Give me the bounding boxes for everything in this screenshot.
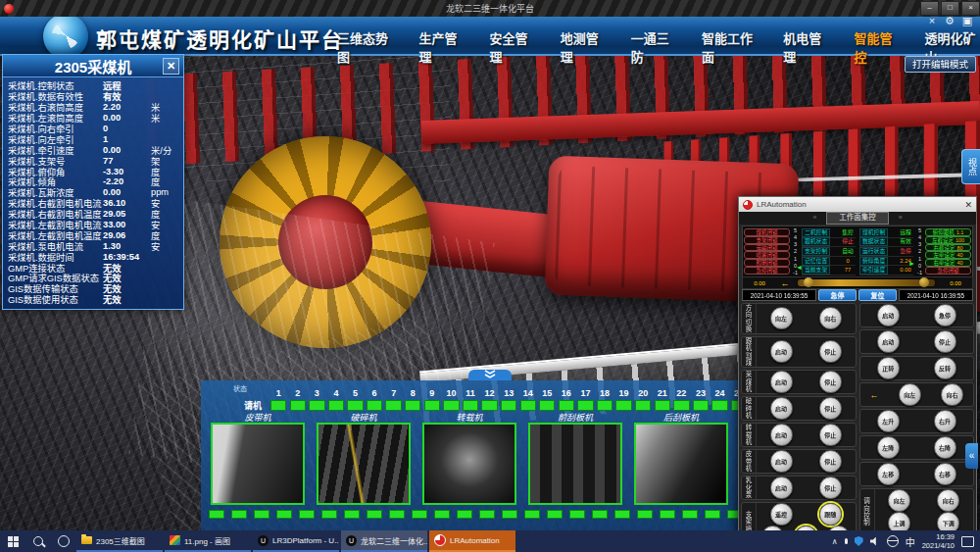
control-button[interactable]: 启动 bbox=[770, 371, 793, 393]
nav-item[interactable]: 机电管理 bbox=[783, 28, 827, 66]
hidden-icons-chevron-icon[interactable]: ∧ bbox=[832, 537, 838, 546]
camera-thumbnail[interactable] bbox=[634, 423, 728, 505]
nav-item[interactable]: 一通三防 bbox=[631, 28, 675, 66]
camera-feed[interactable]: 前刮板机 bbox=[528, 411, 622, 505]
support-status-block[interactable] bbox=[711, 400, 727, 411]
open-edit-mode-button[interactable]: 打开编辑模式 bbox=[905, 56, 976, 73]
control-button[interactable]: 向右 bbox=[819, 307, 842, 329]
setting-button[interactable]: 右牵设定40 bbox=[925, 259, 971, 267]
support-status-block[interactable] bbox=[367, 400, 382, 411]
support-status-block[interactable] bbox=[385, 400, 401, 411]
support-status-block[interactable] bbox=[673, 400, 689, 411]
control-button[interactable]: 停止 bbox=[819, 450, 842, 473]
control-button[interactable]: 左降 bbox=[877, 436, 900, 459]
estop-button[interactable]: 急停 bbox=[818, 289, 857, 301]
setting-button[interactable]: 左牵设定40 bbox=[925, 251, 971, 259]
network-icon[interactable] bbox=[887, 535, 899, 547]
camera-thumbnail[interactable] bbox=[422, 423, 516, 505]
control-button[interactable]: 向右 bbox=[941, 383, 963, 406]
setting-button[interactable]: 俯仰跟机1.1 bbox=[925, 228, 971, 236]
camera-feed[interactable]: 后刮板机 bbox=[634, 411, 728, 505]
control-button[interactable]: 右升 bbox=[934, 410, 956, 432]
close-button[interactable]: × bbox=[961, 1, 980, 16]
side-collapse-icon[interactable]: « bbox=[965, 443, 978, 469]
support-status-block[interactable] bbox=[559, 400, 574, 411]
control-button[interactable]: 正转 bbox=[877, 357, 900, 379]
control-button[interactable]: 启动 bbox=[770, 450, 793, 473]
control-button[interactable]: 向右 bbox=[937, 489, 959, 512]
reset-button[interactable]: 复位 bbox=[858, 289, 897, 301]
control-button[interactable]: 左升 bbox=[877, 410, 900, 432]
control-button[interactable]: 启动 bbox=[770, 397, 793, 420]
lock-button[interactable]: 煤机闭锁 bbox=[744, 228, 790, 236]
control-button[interactable]: 停止 bbox=[819, 477, 842, 499]
taskbar-task[interactable]: U龙软二三维一体化... bbox=[341, 530, 427, 552]
panel-close-icon[interactable]: ✕ bbox=[163, 58, 179, 75]
control-button[interactable]: 启动 bbox=[877, 304, 900, 326]
support-status-block[interactable] bbox=[635, 400, 651, 411]
nav-item[interactable]: 智能工作面 bbox=[702, 28, 757, 66]
nav-item[interactable]: 地测管理 bbox=[561, 28, 605, 66]
support-status-block[interactable] bbox=[405, 400, 420, 411]
setting-button[interactable]: 右截设定80 bbox=[925, 244, 971, 252]
estop-lock-button[interactable]: 急停闭锁 bbox=[925, 267, 971, 275]
lock-button[interactable]: 急停闭锁 bbox=[744, 267, 790, 275]
control-button[interactable]: 急停 bbox=[934, 304, 956, 326]
security-shield-icon[interactable] bbox=[855, 536, 863, 546]
support-status-block[interactable] bbox=[443, 400, 459, 411]
support-status-block[interactable] bbox=[481, 400, 497, 411]
nav-item[interactable]: 生产管理 bbox=[418, 28, 463, 66]
tab-face-control[interactable]: 工作面集控 bbox=[826, 212, 889, 225]
support-status-block[interactable] bbox=[270, 400, 286, 411]
camera-feed[interactable]: 破碎机 bbox=[317, 411, 411, 505]
lock-button[interactable]: 运输闭锁 bbox=[744, 244, 790, 252]
tab-scroll-left-icon[interactable]: « bbox=[812, 214, 816, 221]
control-button[interactable]: 反转 bbox=[934, 357, 956, 379]
control-button[interactable]: 启动 bbox=[770, 477, 793, 499]
maximize-button[interactable]: □ bbox=[941, 1, 959, 16]
panel-collapse-chevron-icon[interactable] bbox=[468, 370, 512, 380]
support-status-block[interactable] bbox=[328, 400, 344, 411]
lock-button[interactable]: 照明闭锁 bbox=[744, 259, 790, 267]
camera-thumbnail[interactable] bbox=[211, 423, 305, 505]
control-button[interactable]: 跟随 bbox=[819, 503, 842, 526]
search-button[interactable] bbox=[25, 530, 51, 552]
support-status-block[interactable] bbox=[309, 400, 324, 411]
control-button[interactable]: 启动 bbox=[877, 330, 900, 353]
lock-button[interactable]: 喷雾闭锁 bbox=[744, 251, 790, 259]
control-button[interactable]: 左移 bbox=[877, 463, 900, 485]
support-status-block[interactable] bbox=[463, 400, 478, 411]
nav-item[interactable]: 三维态势图 bbox=[337, 28, 392, 66]
minimize-button[interactable]: – bbox=[920, 1, 939, 16]
microphone-icon[interactable] bbox=[845, 538, 848, 544]
support-status-block[interactable] bbox=[424, 400, 440, 411]
support-status-block[interactable] bbox=[693, 400, 709, 411]
control-button[interactable]: 停止 bbox=[819, 397, 842, 420]
support-status-block[interactable] bbox=[520, 400, 536, 411]
support-status-block[interactable] bbox=[347, 400, 363, 411]
support-status-block[interactable] bbox=[615, 400, 631, 411]
support-status-block[interactable] bbox=[577, 400, 593, 411]
camera-feed[interactable]: 转载机 bbox=[422, 411, 516, 505]
control-button[interactable]: 停止 bbox=[819, 340, 842, 363]
notification-center-icon[interactable] bbox=[961, 536, 974, 547]
camera-thumbnail[interactable] bbox=[317, 423, 411, 505]
ime-indicator[interactable]: 中 bbox=[906, 534, 915, 549]
support-status-block[interactable] bbox=[597, 400, 612, 411]
camera-thumbnail[interactable] bbox=[528, 423, 622, 505]
viewpoint-tab[interactable]: 视点 bbox=[961, 149, 980, 184]
clock[interactable]: 16:39 2021/4/10 bbox=[922, 532, 955, 551]
lock-button[interactable]: 支架闭锁 bbox=[744, 236, 790, 244]
control-button[interactable]: 向左 bbox=[888, 489, 910, 512]
control-button[interactable]: 向左 bbox=[899, 383, 921, 406]
volume-icon[interactable] bbox=[870, 537, 880, 546]
control-button[interactable]: 向左 bbox=[770, 307, 793, 329]
control-button[interactable]: 右移 bbox=[934, 463, 956, 485]
control-button[interactable]: 右降 bbox=[934, 436, 956, 459]
control-button[interactable]: 启动 bbox=[770, 340, 793, 363]
control-button[interactable]: 启动 bbox=[770, 424, 793, 446]
taskbar-task[interactable]: 2305三维截图 bbox=[76, 530, 163, 552]
control-button[interactable]: 停止 bbox=[934, 330, 956, 353]
tab-scroll-right-icon[interactable]: » bbox=[899, 214, 903, 221]
camera-feed[interactable]: 皮带机 bbox=[211, 411, 305, 505]
